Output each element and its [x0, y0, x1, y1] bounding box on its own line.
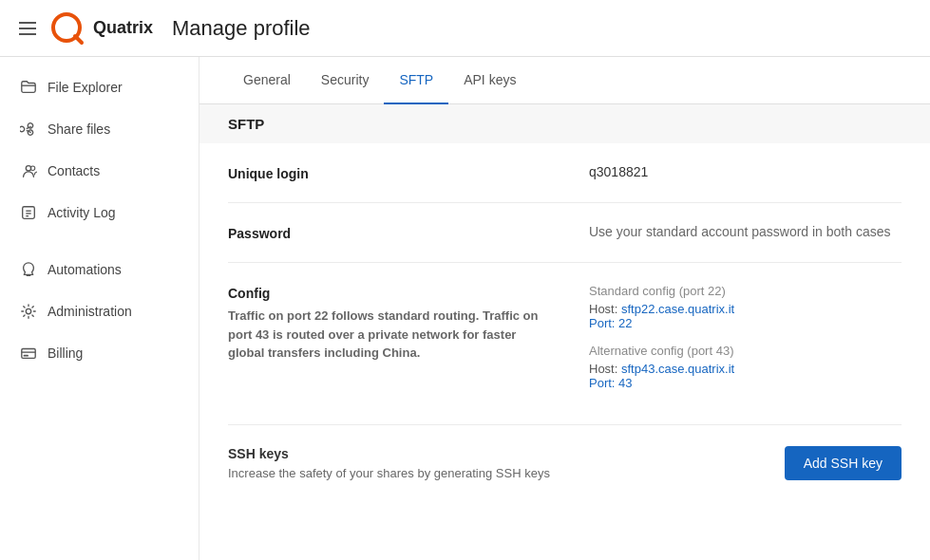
standard-config-block: Standard config (port 22) Host: sftp22.c…	[589, 284, 902, 330]
sidebar-label: Automations	[47, 262, 122, 277]
brand-name: Quatrix	[93, 18, 153, 38]
ssh-keys-row: SSH keys Increase the safety of your sha…	[228, 425, 902, 501]
tab-sftp[interactable]: SFTP	[384, 57, 448, 104]
sidebar-item-automations[interactable]: Automations	[0, 249, 199, 290]
sidebar-label: Billing	[47, 345, 83, 361]
billing-icon	[19, 344, 38, 363]
alt-config-title: Alternative config (port 43)	[589, 344, 902, 358]
standard-port: Port: 22	[589, 316, 902, 330]
header: Quatrix Manage profile	[0, 0, 930, 57]
config-description: Traffic on port 22 follows standard rout…	[228, 307, 551, 363]
tab-api-keys[interactable]: API keys	[448, 57, 531, 104]
sidebar-label: Activity Log	[47, 205, 116, 220]
alt-port-label: Port:	[589, 376, 615, 390]
logo-icon	[49, 10, 85, 47]
tab-bar: General Security SFTP API keys	[199, 57, 930, 104]
alt-port-value: 43	[618, 376, 632, 390]
ssh-text-block: SSH keys Increase the safety of your sha…	[228, 446, 785, 480]
sidebar: File Explorer Share files Contacts Activ…	[0, 57, 199, 560]
svg-rect-10	[22, 349, 35, 359]
unique-login-value: q3018821	[589, 164, 902, 179]
password-row: Password Use your standard account passw…	[228, 203, 902, 263]
sidebar-item-file-explorer[interactable]: File Explorer	[0, 66, 199, 108]
sftp-section-title: SFTP	[228, 116, 264, 132]
logo-area: Quatrix	[49, 10, 153, 47]
config-row: Config Traffic on port 22 follows standa…	[228, 263, 902, 425]
alt-host: Host: sftp43.case.quatrix.it	[589, 362, 902, 376]
standard-port-label: Port:	[589, 316, 615, 330]
folder-icon	[19, 78, 38, 97]
page-title: Manage profile	[172, 16, 311, 41]
config-label: Config Traffic on port 22 follows standa…	[228, 284, 589, 363]
alt-host-label: Host:	[589, 362, 617, 376]
main-content: General Security SFTP API keys SFTP Uniq…	[199, 57, 930, 560]
tab-general[interactable]: General	[228, 57, 306, 104]
unique-login-row: Unique login q3018821	[228, 143, 902, 203]
standard-config-title: Standard config (port 22)	[589, 284, 902, 298]
automations-icon	[19, 260, 38, 279]
menu-button[interactable]	[19, 22, 36, 35]
standard-host-link[interactable]: sftp22.case.quatrix.it	[621, 302, 734, 316]
sidebar-item-share-files[interactable]: Share files	[0, 108, 199, 150]
sftp-section-header: SFTP	[199, 104, 930, 143]
sidebar-item-administration[interactable]: Administration	[0, 290, 199, 332]
sidebar-item-activity-log[interactable]: Activity Log	[0, 192, 199, 233]
ssh-keys-label: SSH keys	[228, 446, 785, 461]
config-title: Config	[228, 286, 589, 301]
config-value: Standard config (port 22) Host: sftp22.c…	[589, 284, 902, 403]
password-label: Password	[228, 224, 589, 241]
tab-security[interactable]: Security	[306, 57, 385, 104]
svg-point-9	[26, 308, 30, 313]
sidebar-item-billing[interactable]: Billing	[0, 332, 199, 374]
unique-login-label: Unique login	[228, 164, 589, 181]
add-ssh-button[interactable]: Add SSH key	[785, 446, 902, 480]
activity-icon	[19, 203, 38, 222]
ssh-keys-desc: Increase the safety of your shares by ge…	[228, 466, 785, 480]
sidebar-item-contacts[interactable]: Contacts	[0, 150, 199, 192]
sidebar-label: File Explorer	[47, 80, 123, 95]
sidebar-label: Share files	[47, 121, 110, 137]
standard-port-value: 22	[618, 316, 632, 330]
sidebar-label: Contacts	[47, 163, 100, 178]
alt-port: Port: 43	[589, 376, 902, 390]
sftp-content: SFTP Unique login q3018821 Password Use …	[199, 104, 930, 530]
admin-icon	[19, 302, 38, 321]
contacts-icon	[19, 161, 38, 180]
standard-host-label: Host:	[589, 302, 617, 316]
svg-rect-5	[23, 207, 35, 219]
sidebar-label: Administration	[47, 304, 132, 319]
standard-host: Host: sftp22.case.quatrix.it	[589, 302, 902, 316]
alt-host-link[interactable]: sftp43.case.quatrix.it	[621, 362, 734, 376]
password-value: Use your standard account password in bo…	[589, 224, 902, 239]
alt-config-block: Alternative config (port 43) Host: sftp4…	[589, 344, 902, 390]
share-icon	[19, 120, 38, 139]
